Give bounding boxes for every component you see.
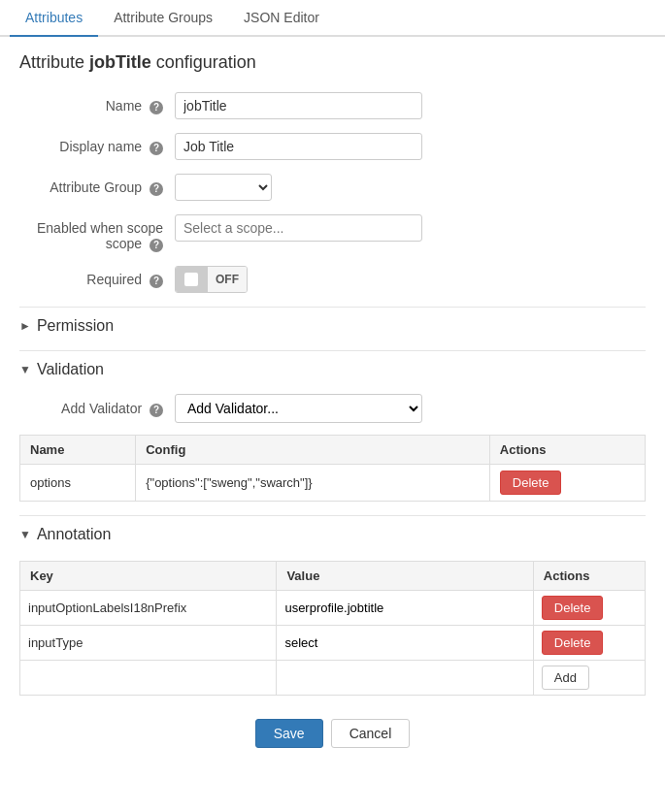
validation-table-header-row: Name Config Actions <box>20 436 646 465</box>
annotation-section-body: Key Value Actions inputOptionLabelsI18nP… <box>19 561 646 696</box>
annotation-value-cell[interactable] <box>277 661 533 696</box>
required-help-icon[interactable]: ? <box>150 275 163 288</box>
annotation-value-input[interactable] <box>284 601 524 615</box>
annotation-key-cell: inputType <box>20 626 277 661</box>
annotation-key-cell[interactable] <box>20 661 277 696</box>
page-title-prefix: Attribute <box>19 52 89 72</box>
page-title-suffix: configuration <box>151 52 256 72</box>
page-title: Attribute jobTitle configuration <box>19 52 646 73</box>
table-row: options {"options":["sweng","swarch"]} D… <box>20 465 646 502</box>
validation-section-body: Add Validator ? Add Validator... Name Co… <box>19 394 646 502</box>
add-validator-row: Add Validator ? Add Validator... <box>19 394 646 423</box>
annotation-table: Key Value Actions inputOptionLabelsI18nP… <box>19 561 646 696</box>
validation-chevron-icon: ▼ <box>19 363 31 376</box>
annotation-table-header-row: Key Value Actions <box>20 562 646 591</box>
validation-section-title: Validation <box>37 361 104 378</box>
annotation-action-cell: Delete <box>533 626 645 661</box>
add-validator-label: Add Validator ? <box>19 401 175 417</box>
annotation-value-input[interactable] <box>284 635 524 650</box>
delete-button[interactable]: Delete <box>542 596 604 620</box>
validation-row-name: options <box>20 465 136 502</box>
validation-col-name: Name <box>20 436 136 465</box>
display-name-help-icon[interactable]: ? <box>150 142 163 155</box>
tab-json-editor[interactable]: JSON Editor <box>228 0 335 37</box>
delete-button[interactable]: Delete <box>542 631 604 655</box>
add-button[interactable]: Add <box>542 666 589 690</box>
validation-col-config: Config <box>136 436 490 465</box>
tab-attributes[interactable]: Attributes <box>10 0 98 37</box>
list-item: inputOptionLabelsI18nPrefix Delete <box>20 591 646 626</box>
enabled-scope-input[interactable] <box>175 214 422 242</box>
enabled-scope-field-group: Enabled when scope scope ? <box>19 214 646 252</box>
annotation-col-key: Key <box>20 562 277 591</box>
name-input[interactable] <box>175 92 422 119</box>
name-help-icon[interactable]: ? <box>150 101 163 114</box>
required-field-group: Required ? OFF <box>19 266 646 293</box>
annotation-value-cell <box>277 591 533 626</box>
name-field-group: Name ? <box>19 92 646 119</box>
display-name-field-group: Display name ? <box>19 133 646 160</box>
annotation-section-title: Annotation <box>37 526 112 543</box>
name-label: Name ? <box>19 92 175 114</box>
toggle-track[interactable] <box>176 267 207 292</box>
attribute-group-help-icon[interactable]: ? <box>150 182 163 196</box>
annotation-col-actions: Actions <box>533 562 645 591</box>
add-validator-help-icon[interactable]: ? <box>150 404 163 417</box>
toggle-off-label: OFF <box>207 267 247 292</box>
validation-section-header[interactable]: ▼ Validation <box>19 350 646 388</box>
list-item: inputType Delete <box>20 626 646 661</box>
validation-table: Name Config Actions options {"options":[… <box>19 435 646 502</box>
tab-attribute-groups[interactable]: Attribute Groups <box>98 0 228 37</box>
attribute-group-field-group: Attribute Group ? <box>19 174 646 201</box>
validation-row-actions: Delete <box>489 465 645 502</box>
delete-button[interactable]: Delete <box>500 471 562 495</box>
required-toggle-wrap: OFF <box>175 266 248 293</box>
save-button[interactable]: Save <box>255 719 323 748</box>
permission-chevron-icon: ► <box>19 319 31 333</box>
page-title-bold: jobTitle <box>89 52 151 72</box>
validation-col-actions: Actions <box>489 436 645 465</box>
required-toggle[interactable]: OFF <box>175 266 248 293</box>
display-name-input[interactable] <box>175 133 422 160</box>
annotation-value-input[interactable] <box>284 670 524 685</box>
attribute-group-select[interactable] <box>175 174 272 201</box>
validation-row-config: {"options":["sweng","swarch"]} <box>136 465 490 502</box>
permission-section-header[interactable]: ► Permission <box>19 307 646 344</box>
attribute-group-label: Attribute Group ? <box>19 174 175 196</box>
display-name-label: Display name ? <box>19 133 175 155</box>
annotation-key-cell: inputOptionLabelsI18nPrefix <box>20 591 277 626</box>
permission-section-title: Permission <box>37 317 114 335</box>
cancel-button[interactable]: Cancel <box>331 719 411 748</box>
annotation-value-cell <box>277 626 533 661</box>
annotation-action-cell: Delete <box>533 591 645 626</box>
toggle-knob <box>184 273 198 286</box>
tabs-nav: Attributes Attribute Groups JSON Editor <box>0 0 665 37</box>
footer-buttons: Save Cancel <box>19 719 646 748</box>
enabled-scope-label-2: scope <box>106 236 142 251</box>
main-content: Attribute jobTitle configuration Name ? … <box>0 37 665 763</box>
list-item: Add <box>20 661 646 696</box>
annotation-key-input[interactable] <box>28 670 268 685</box>
annotation-chevron-icon: ▼ <box>19 528 31 541</box>
enabled-scope-help-icon[interactable]: ? <box>150 239 163 252</box>
add-validator-select[interactable]: Add Validator... <box>175 394 422 423</box>
required-label: Required ? <box>19 266 175 288</box>
enabled-scope-label: Enabled when scope scope ? <box>19 214 175 252</box>
annotation-action-cell: Add <box>533 661 645 696</box>
annotation-section-header[interactable]: ▼ Annotation <box>19 515 646 553</box>
annotation-col-value: Value <box>277 562 533 591</box>
